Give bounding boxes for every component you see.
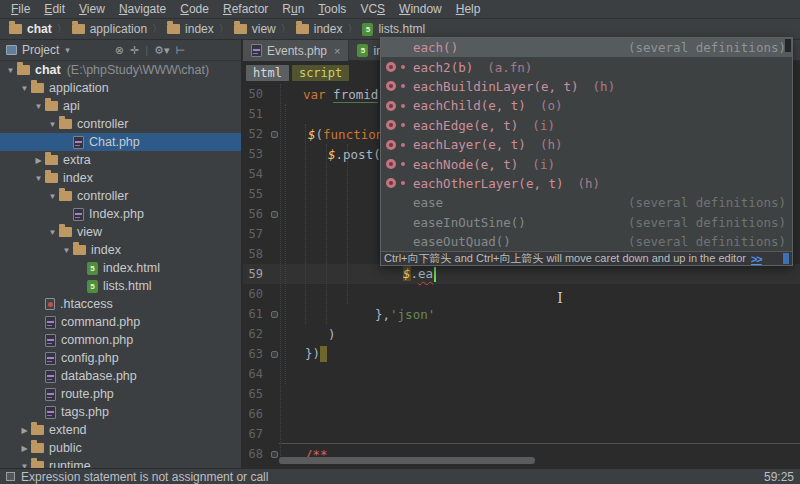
php-icon [45,334,56,347]
tree-item-chat-php[interactable]: Chat.php [0,133,241,151]
completion-item-ease[interactable]: ease(several definitions) [381,193,792,212]
breadcrumb-item[interactable]: 5lists.html [359,22,428,36]
menu-navigate[interactable]: Navigate [112,1,173,17]
code-line-63[interactable]: 63}) [243,344,800,364]
tab-events-php[interactable]: Events.php× [243,40,349,61]
completion-item-eachnode[interactable]: eachNode(e, t)(i) [381,154,792,173]
completion-item-eachbuildinlayer[interactable]: eachBuildinLayer(e, t)(h) [381,77,792,96]
menu-tools[interactable]: Tools [311,1,353,17]
completion-item-each[interactable]: each()(several definitions) [381,38,792,57]
php-icon [45,352,56,365]
tree-item-tags-php[interactable]: tags.php [0,403,241,421]
breadcrumb-item[interactable]: application [69,22,150,36]
tree-item-application[interactable]: ▼application [0,79,241,97]
tree-item--htaccess[interactable]: .htaccess [0,295,241,313]
completion-name: eachChild(e, t) [413,98,526,113]
menu-window[interactable]: Window [392,1,449,17]
expanded-arrow-icon[interactable]: ▼ [46,120,59,129]
php-icon [45,406,56,419]
menu-view[interactable]: View [72,1,112,17]
tree-item-common-php[interactable]: common.php [0,331,241,349]
menu-vcs[interactable]: VCS [353,1,392,17]
tree-item-extra[interactable]: ▶extra [0,151,241,169]
tree-item-path: (E:\phpStudy\WWW\chat) [67,63,209,77]
completion-item-eachchild[interactable]: eachChild(e, t)(o) [381,96,792,115]
fold-marker-icon[interactable] [271,351,278,358]
menu-code[interactable]: Code [173,1,216,17]
locate-icon[interactable]: ✛ [130,44,139,57]
menu-run[interactable]: Run [275,1,311,17]
breadcrumb-item[interactable]: index [293,22,346,36]
expanded-arrow-icon[interactable]: ▼ [46,192,59,201]
code-line-67[interactable]: 67 [243,424,800,444]
popup-scrollbar-thumb[interactable] [785,39,791,52]
tree-item-index-php[interactable]: Index.php [0,205,241,223]
code-line-62[interactable]: 62) [243,324,800,344]
tree-item-index-html[interactable]: 5index.html [0,259,241,277]
tree-item-api[interactable]: ▼api [0,97,241,115]
hint-more-link[interactable]: >> [751,253,762,265]
expanded-arrow-icon[interactable]: ▼ [4,66,17,75]
caret-position-indicator[interactable]: 59:25 [764,470,794,484]
tree-item-config-php[interactable]: config.php [0,349,241,367]
tag-chip-html[interactable]: html [246,65,289,81]
tree-item-command-php[interactable]: command.php [0,313,241,331]
fold-marker-icon[interactable] [271,131,278,138]
completion-item-eachedge[interactable]: eachEdge(e, t)(i) [381,116,792,135]
code-line-65[interactable]: 65 [243,384,800,404]
tree-item-public[interactable]: ▶public [0,439,241,457]
expanded-arrow-icon[interactable]: ▼ [46,228,59,237]
close-icon[interactable]: × [334,45,340,57]
method-icon [381,81,413,91]
completion-item-each2[interactable]: each2(b)(a.fn) [381,57,792,76]
tree-item-route-php[interactable]: route.php [0,385,241,403]
completion-source: (h) [578,176,601,191]
settings-gear-icon[interactable]: ⚙▾ [154,44,169,57]
code-text: var fromid = [279,87,393,102]
collapsed-arrow-icon[interactable]: ▶ [18,426,31,435]
expanded-arrow-icon[interactable]: ▼ [32,102,45,111]
hint-resize-grip[interactable] [783,253,789,264]
fold-marker-icon[interactable] [271,451,278,458]
tag-chip-script[interactable]: script [292,65,349,81]
completion-item-easeoutquad[interactable]: easeOutQuad()(several definitions) [381,232,792,251]
collapse-all-icon[interactable]: ⊗ [115,44,124,57]
editor-horizontal-scrollbar[interactable] [279,457,535,464]
tree-item-label: config.php [61,351,119,365]
tree-item-view[interactable]: ▼view [0,223,241,241]
breadcrumb-item[interactable]: index [164,22,217,36]
expanded-arrow-icon[interactable]: ▼ [32,174,45,183]
menu-refactor[interactable]: Refactor [216,1,275,17]
menu-help[interactable]: Help [449,1,488,17]
fold-gutter [269,131,279,138]
menu-file[interactable]: File [4,1,37,17]
folder-icon [73,245,86,255]
method-icon [381,101,413,111]
tree-item-extend[interactable]: ▶extend [0,421,241,439]
tree-item-index[interactable]: ▼index [0,169,241,187]
tree-item-database-php[interactable]: database.php [0,367,241,385]
tree-item-index[interactable]: ▼index [0,241,241,259]
tree-item-controller[interactable]: ▼controller [0,187,241,205]
hide-panel-icon[interactable]: ⊢ [175,44,185,57]
chevron-down-icon[interactable]: ▾ [65,45,70,55]
tree-item-runtime[interactable]: ▼runtime [0,457,241,468]
collapsed-arrow-icon[interactable]: ▶ [32,156,45,165]
expanded-arrow-icon[interactable]: ▼ [18,84,31,93]
tree-item-lists-html[interactable]: 5lists.html [0,277,241,295]
completion-item-eachlayer[interactable]: eachLayer(e, t)(h) [381,135,792,154]
menu-edit[interactable]: Edit [37,1,72,17]
tree-item-label: lists.html [103,279,152,293]
collapsed-arrow-icon[interactable]: ▶ [18,444,31,453]
breadcrumb-item[interactable]: chat [6,22,55,36]
fold-marker-icon[interactable] [271,311,278,318]
code-line-66[interactable]: 66 [243,404,800,424]
tree-item-chat[interactable]: ▼chat(E:\phpStudy\WWW\chat) [0,61,241,79]
code-line-64[interactable]: 64 [243,364,800,384]
completion-item-eachotherlayer[interactable]: eachOtherLayer(e, t)(h) [381,174,792,193]
breadcrumb-item[interactable]: view [231,22,279,36]
tree-item-controller[interactable]: ▼controller [0,115,241,133]
completion-item-easeinoutsine[interactable]: easeInOutSine()(several definitions) [381,213,792,232]
expanded-arrow-icon[interactable]: ▼ [60,246,73,255]
fold-marker-icon[interactable] [271,211,278,218]
